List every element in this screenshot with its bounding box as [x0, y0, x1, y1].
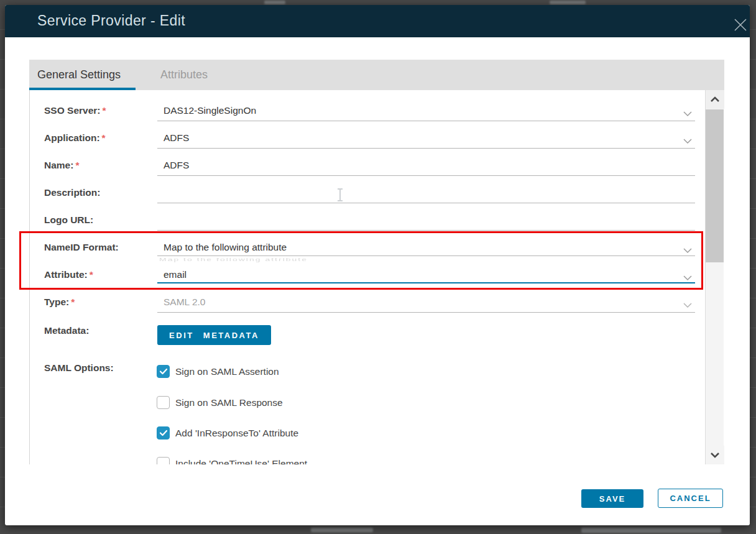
field-underline-focused: [157, 282, 695, 283]
dimmed-backdrop: Service Provider - Edit General Settings…: [0, 0, 756, 534]
chevron-down-icon[interactable]: [683, 136, 693, 142]
form-scroll-area: SSO Server:* DAS12-SingleSignOn Applicat…: [29, 90, 705, 464]
application-select[interactable]: ADFS: [164, 132, 698, 144]
tab-attributes-label: Attributes: [160, 68, 208, 81]
sso-server-label: SSO Server:*: [44, 105, 106, 116]
name-input[interactable]: ADFS: [164, 160, 698, 171]
checkbox-label: Sign on SAML Response: [175, 396, 283, 409]
backdrop-artifact: [311, 528, 373, 532]
chevron-down-icon: [710, 451, 720, 460]
save-button[interactable]: SAVE: [581, 489, 643, 508]
tab-general-settings[interactable]: General Settings: [29, 60, 136, 90]
dialog-title: Service Provider - Edit: [37, 12, 185, 29]
text-cursor-icon: [337, 188, 343, 203]
dropdown-ghost-text: Map to the following attribute: [159, 257, 495, 262]
metadata-label: Metadata:: [44, 325, 89, 336]
checkbox-sign-saml-assertion[interactable]: [157, 365, 170, 378]
scrollbar-thumb[interactable]: [706, 109, 724, 262]
checkbox-label: Add 'InResponseTo' Attribute: [175, 426, 298, 440]
field-underline: [157, 255, 695, 256]
application-label: Application:*: [44, 132, 106, 144]
backdrop-artifact: [550, 1, 586, 4]
dialog-header: Service Provider - Edit: [5, 5, 750, 37]
tab-attributes[interactable]: Attributes: [160, 60, 235, 90]
name-label: Name:*: [44, 160, 79, 171]
edit-metadata-button[interactable]: EDIT METADATA: [157, 325, 271, 345]
chevron-down-icon[interactable]: [683, 272, 693, 279]
checkbox-sign-saml-response[interactable]: [157, 396, 170, 409]
tab-bar: General Settings Attributes: [29, 60, 724, 90]
checkbox-include-onetimeuse[interactable]: [157, 457, 170, 464]
logo-url-label: Logo URL:: [44, 214, 93, 226]
checkmark-icon: [159, 430, 168, 436]
required-asterisk: *: [90, 269, 93, 280]
chevron-down-icon[interactable]: [683, 108, 693, 114]
checkbox-label: Include 'OneTimeUse' Element: [175, 457, 307, 464]
nameid-format-select[interactable]: Map to the following attribute: [164, 242, 698, 253]
backdrop-artifact: [581, 528, 721, 533]
type-label: Type:*: [44, 297, 75, 308]
scroll-up-button[interactable]: [706, 90, 724, 109]
tab-general-settings-label: General Settings: [37, 68, 121, 81]
required-asterisk: *: [102, 132, 106, 143]
scroll-down-button[interactable]: [706, 446, 724, 464]
chevron-down-icon: [683, 300, 693, 306]
close-button[interactable]: [730, 15, 751, 36]
close-icon: [734, 18, 747, 34]
saml-options-label: SAML Options:: [44, 362, 114, 374]
field-underline: [157, 203, 695, 203]
chevron-up-icon: [710, 95, 720, 104]
required-asterisk: *: [71, 297, 75, 307]
required-asterisk: *: [75, 160, 79, 170]
attribute-select[interactable]: email: [164, 269, 698, 280]
vertical-scrollbar[interactable]: [705, 90, 724, 464]
backdrop-artifact: [264, 1, 285, 4]
description-label: Description:: [44, 187, 100, 198]
field-underline: [157, 175, 695, 176]
field-underline: [157, 312, 695, 313]
required-asterisk: *: [102, 105, 106, 116]
checkmark-icon: [159, 368, 168, 375]
field-underline: [157, 121, 695, 121]
checkbox-label: Sign on SAML Assertion: [175, 365, 279, 378]
cancel-button[interactable]: CANCEL: [658, 489, 723, 508]
attribute-label: Attribute:*: [44, 269, 93, 280]
sso-server-select[interactable]: DAS12-SingleSignOn: [164, 105, 698, 116]
type-select-disabled: SAML 2.0: [164, 297, 698, 308]
checkbox-add-inresponseto[interactable]: [157, 426, 170, 440]
field-underline: [157, 230, 695, 231]
nameid-format-label: NameID Format:: [44, 242, 119, 253]
field-underline: [157, 148, 695, 149]
chevron-down-icon[interactable]: [683, 245, 693, 251]
